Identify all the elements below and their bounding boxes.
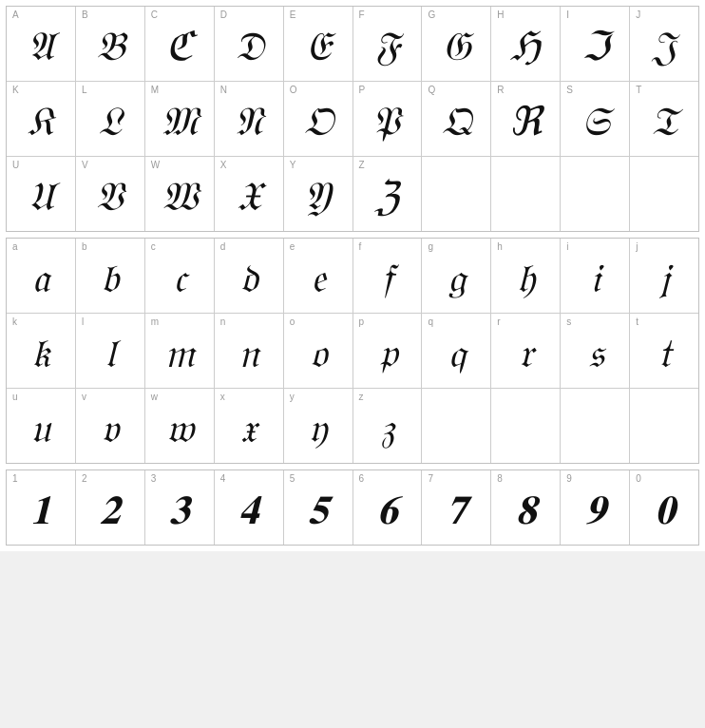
character-label: P — [359, 86, 366, 95]
character-cell: S𝔖 — [561, 82, 630, 156]
character-glyph: 𝔔 — [441, 102, 471, 142]
character-glyph: 𝟐 — [100, 490, 120, 530]
character-label: Y — [290, 161, 296, 170]
character-cell: i𝔦 — [561, 239, 630, 313]
character-label: w — [151, 393, 158, 402]
character-glyph: ℌ — [510, 27, 541, 67]
character-label: q — [428, 317, 433, 327]
character-cell: 1𝟏 — [7, 470, 76, 545]
character-glyph: 𝔱 — [658, 334, 671, 374]
character-cell — [422, 389, 491, 463]
character-label: e — [290, 242, 295, 252]
character-glyph: 𝔤 — [448, 259, 466, 298]
character-glyph: 𝔪 — [164, 334, 195, 374]
character-cell: P𝔓 — [353, 82, 423, 156]
character-glyph: 𝔈 — [306, 27, 331, 67]
character-cell: Zℨ — [353, 157, 423, 231]
character-label: U — [12, 161, 19, 170]
character-label: z — [359, 393, 364, 402]
character-label: x — [220, 393, 225, 402]
character-glyph: 𝔜 — [304, 177, 333, 217]
character-cell: l𝔩 — [76, 314, 145, 388]
character-glyph: 𝟒 — [238, 490, 258, 530]
character-cell: Iℑ — [561, 7, 630, 81]
character-glyph: 𝔅 — [95, 27, 125, 67]
character-label: M — [151, 86, 159, 95]
character-cell: n𝔫 — [215, 314, 284, 388]
character-label: K — [12, 86, 19, 95]
character-label: b — [82, 242, 87, 252]
character-glyph: 𝟕 — [447, 490, 467, 530]
character-row: u𝔲v𝔳w𝔴x𝔵y𝔶z𝔷 — [7, 389, 698, 463]
character-cell: B𝔅 — [76, 7, 145, 81]
character-label: 4 — [220, 474, 226, 484]
character-cell: 3𝟑 — [145, 470, 215, 545]
character-glyph: ℨ — [374, 177, 399, 217]
character-label: m — [151, 317, 159, 327]
character-glyph: 𝔐 — [162, 102, 198, 142]
character-cell: e𝔢 — [284, 239, 353, 313]
character-row: K𝔎L𝔏M𝔐N𝔑O𝔒P𝔓Q𝔔RℜS𝔖T𝔗 — [7, 82, 698, 157]
character-glyph: 𝔢 — [310, 259, 326, 298]
character-label: I — [566, 10, 569, 20]
character-glyph: 𝔡 — [239, 259, 257, 298]
character-label: F — [359, 10, 365, 20]
character-label: N — [220, 86, 227, 95]
character-label: i — [566, 242, 568, 252]
character-label: A — [12, 10, 19, 20]
character-label: B — [82, 10, 88, 20]
character-label: 9 — [566, 474, 572, 484]
character-label: W — [151, 161, 160, 170]
character-cell: Y𝔜 — [284, 157, 353, 231]
character-cell: T𝔗 — [630, 82, 698, 156]
character-glyph: 𝔚 — [162, 177, 198, 217]
character-cell: 0𝟎 — [630, 470, 698, 545]
character-cell — [630, 157, 698, 231]
character-label: g — [428, 242, 433, 252]
character-label: 6 — [359, 474, 365, 484]
character-cell: b𝔟 — [76, 239, 145, 313]
character-label: 0 — [636, 474, 641, 484]
character-cell: c𝔠 — [145, 239, 215, 313]
character-label: R — [497, 86, 504, 95]
character-cell: a𝔞 — [7, 239, 76, 313]
character-glyph: 𝔄 — [28, 27, 54, 67]
character-cell: q𝔮 — [422, 314, 491, 388]
character-cell: Q𝔔 — [422, 82, 491, 156]
character-cell: r𝔯 — [491, 314, 561, 388]
character-glyph: ℜ — [509, 102, 542, 142]
character-cell: 7𝟕 — [422, 470, 491, 545]
character-cell: v𝔳 — [76, 389, 145, 463]
character-label: X — [220, 161, 227, 170]
character-label: 3 — [151, 474, 157, 484]
character-cell: 9𝟗 — [561, 470, 630, 545]
character-glyph: 𝟎 — [655, 490, 675, 530]
character-glyph: 𝔏 — [98, 102, 123, 142]
character-row: k𝔨l𝔩m𝔪n𝔫o𝔬p𝔭q𝔮r𝔯s𝔰t𝔱 — [7, 314, 698, 389]
character-cell — [561, 389, 630, 463]
character-cell: O𝔒 — [284, 82, 353, 156]
character-label: r — [497, 317, 500, 327]
character-label: h — [497, 242, 503, 252]
character-section: A𝔄B𝔅CℭD𝔇E𝔈F𝔉G𝔊HℌIℑJ𝔍K𝔎L𝔏M𝔐N𝔑O𝔒P𝔓Q𝔔RℜS𝔖T𝔗… — [6, 6, 699, 232]
character-cell: K𝔎 — [7, 82, 76, 156]
character-cell — [630, 389, 698, 463]
character-glyph: 𝔎 — [28, 102, 54, 142]
character-cell: E𝔈 — [284, 7, 353, 81]
character-label: p — [359, 317, 365, 327]
character-label: 7 — [428, 474, 433, 484]
character-cell: k𝔨 — [7, 314, 76, 388]
character-row: U𝔘V𝔙W𝔚X𝔛Y𝔜Zℨ — [7, 157, 698, 231]
character-glyph: 𝔗 — [651, 102, 677, 142]
character-section: 1𝟏2𝟐3𝟑4𝟒5𝟓6𝟔7𝟕8𝟖9𝟗0𝟎 — [6, 469, 699, 546]
character-row: 1𝟏2𝟐3𝟑4𝟒5𝟓6𝟔7𝟕8𝟖9𝟗0𝟎 — [7, 470, 698, 545]
character-glyph: 𝔊 — [441, 27, 471, 67]
character-glyph: 𝔮 — [448, 334, 466, 374]
character-glyph: 𝟓 — [308, 490, 328, 530]
character-cell: h𝔥 — [491, 239, 561, 313]
character-glyph: 𝟔 — [377, 490, 397, 530]
character-glyph: 𝔑 — [235, 102, 263, 142]
character-label: V — [82, 161, 88, 170]
character-glyph: 𝔣 — [381, 259, 393, 298]
character-glyph: 𝔰 — [587, 334, 603, 374]
